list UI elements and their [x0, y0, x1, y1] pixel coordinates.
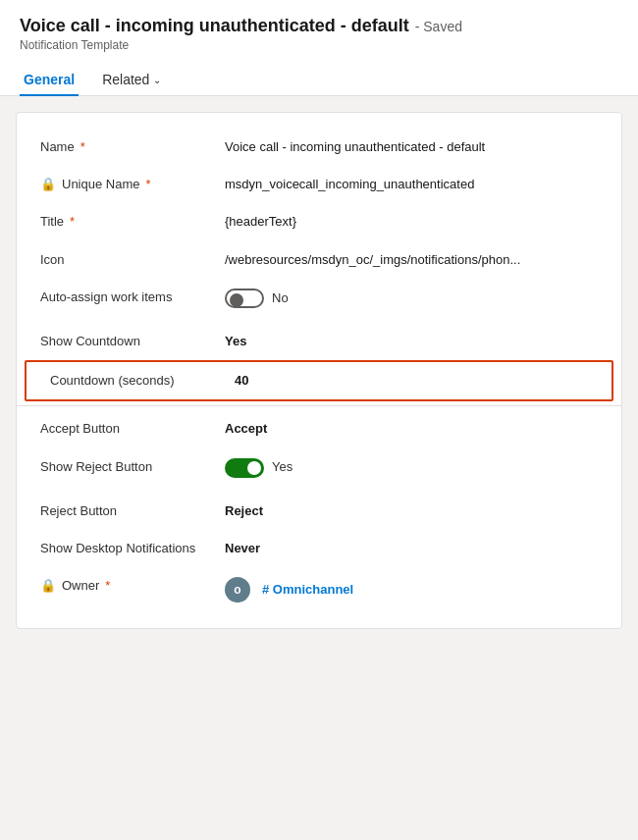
- page-title: Voice call - incoming unauthenticated - …: [20, 16, 618, 36]
- field-accept-button: Accept Button Accept: [17, 410, 621, 447]
- toggle-thumb-on: [247, 461, 261, 475]
- show-countdown-value: Yes: [225, 333, 598, 350]
- field-owner: 🔒 Owner * o # Omnichannel: [17, 567, 621, 612]
- auto-assign-toggle: No: [225, 289, 598, 313]
- field-icon: Icon /webresources/msdyn_oc/_imgs/notifi…: [17, 241, 621, 279]
- tab-related[interactable]: Related ⌄: [98, 64, 165, 95]
- title-text: Voice call - incoming unauthenticated - …: [20, 16, 409, 36]
- toggle-track-on[interactable]: [225, 458, 264, 478]
- lock-icon: 🔒: [40, 177, 56, 191]
- chevron-down-icon: ⌄: [153, 75, 161, 85]
- toggle-auto-assign[interactable]: No: [225, 289, 289, 308]
- page-header: Voice call - incoming unauthenticated - …: [0, 0, 638, 56]
- field-countdown-seconds: Countdown (seconds) 40: [25, 360, 613, 401]
- owner-name[interactable]: # Omnichannel: [262, 581, 598, 599]
- field-show-reject: Show Reject Button Yes: [17, 448, 621, 493]
- icon-value: /webresources/msdyn_oc/_imgs/notificatio…: [225, 251, 598, 269]
- toggle-track-off[interactable]: [225, 289, 264, 308]
- title-value: {headerText}: [225, 213, 598, 231]
- tab-bar: General Related ⌄: [0, 56, 638, 96]
- lock-icon-owner: 🔒: [40, 578, 56, 593]
- show-reject-toggle: Yes: [225, 458, 598, 483]
- field-title: Title * {headerText}: [17, 203, 621, 240]
- content-area: Name * Voice call - incoming unauthentic…: [0, 96, 638, 840]
- toggle-thumb: [230, 293, 243, 307]
- owner-avatar: o: [225, 577, 250, 603]
- unique-name-value: msdyn_voicecall_incoming_unauthenticated: [225, 176, 598, 193]
- toggle-show-reject[interactable]: Yes: [225, 458, 292, 478]
- show-desktop-value: Never: [225, 540, 598, 557]
- field-name: Name * Voice call - incoming unauthentic…: [17, 129, 621, 166]
- field-unique-name: 🔒 Unique Name * msdyn_voicecall_incoming…: [17, 166, 621, 203]
- owner-value: o # Omnichannel: [225, 577, 598, 603]
- field-reject-button: Reject Button Reject: [17, 493, 621, 530]
- field-show-desktop: Show Desktop Notifications Never: [17, 530, 621, 567]
- reject-button-value: Reject: [225, 502, 598, 520]
- field-auto-assign: Auto-assign work items No: [17, 279, 621, 323]
- saved-indicator: - Saved: [415, 19, 462, 34]
- form-card: Name * Voice call - incoming unauthentic…: [16, 112, 622, 629]
- page-subtitle: Notification Template: [20, 38, 618, 52]
- tab-general[interactable]: General: [20, 64, 79, 95]
- field-show-countdown: Show Countdown Yes: [17, 323, 621, 360]
- name-value: Voice call - incoming unauthenticated - …: [225, 138, 598, 156]
- countdown-value: 40: [235, 372, 588, 390]
- accept-button-value: Accept: [225, 420, 598, 438]
